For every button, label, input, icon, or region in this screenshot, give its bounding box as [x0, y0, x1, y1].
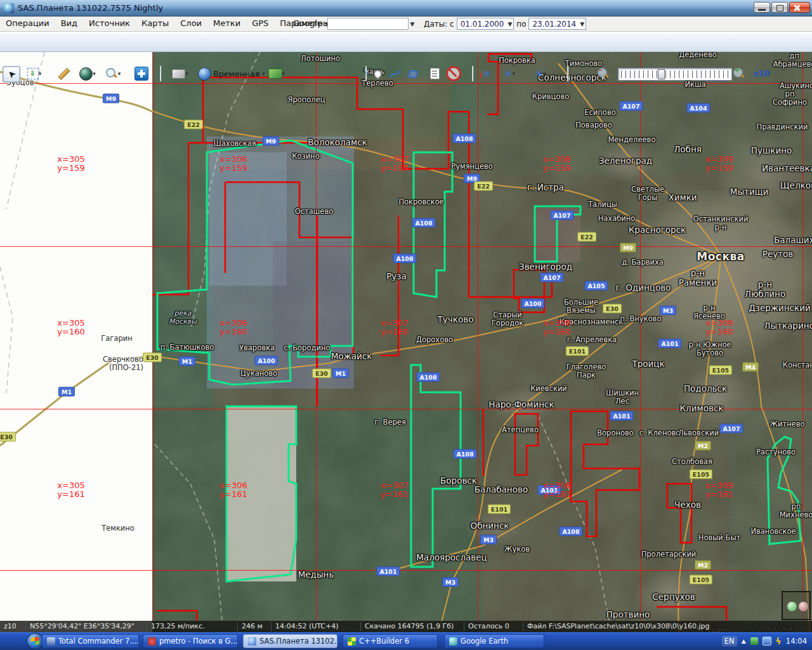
map-label: Серпухов	[652, 592, 695, 602]
fill-map-button[interactable]: ▾	[76, 66, 99, 81]
tile-coordinate-label: x=308 y=159	[543, 155, 570, 173]
grid-line	[0, 570, 812, 571]
close-button[interactable]	[789, 2, 810, 13]
map-label: Ашукино	[780, 82, 812, 90]
language-indicator[interactable]: EN	[722, 636, 737, 646]
zoom-slider[interactable]	[618, 68, 732, 81]
status-zoom: z10	[0, 622, 26, 631]
map-label: Мытищи	[730, 187, 768, 197]
road-badge: А104	[686, 103, 710, 113]
grid-line	[802, 52, 803, 621]
ruler-tool-button[interactable]	[56, 66, 72, 81]
add-placemark-button[interactable]	[369, 66, 386, 81]
menu-вид[interactable]: Вид	[55, 17, 83, 30]
gps-tray-icon[interactable]	[750, 637, 758, 645]
add-path-button[interactable]	[387, 66, 403, 81]
overview-map-widget[interactable]	[782, 591, 811, 620]
map-source-dropdown[interactable]: Google ▼	[293, 18, 329, 28]
zoom-in-icon: +	[733, 67, 745, 80]
menu-bar: ОперацииВидИсточникКартыСлоиМеткиGPSПара…	[0, 17, 812, 32]
map-label: Дзержинский	[749, 303, 811, 313]
search-dropdown-button[interactable]: ▼	[408, 18, 417, 30]
map-label: Останкинский р-н	[693, 215, 749, 232]
menu-gps[interactable]: GPS	[246, 17, 274, 30]
hide-marks-button[interactable]	[445, 66, 462, 81]
map-label: Вороново	[597, 429, 634, 437]
gps-track-button[interactable]: ✳▾	[497, 66, 521, 81]
menu-карты[interactable]: Карты	[136, 17, 174, 30]
title-bar[interactable]: SAS.Планета 131022.7575 Nightly	[0, 0, 812, 17]
tile-coordinate-label: x=306 y=159	[219, 155, 247, 173]
gps-connect-button[interactable]: ✳	[477, 66, 494, 81]
map-label: Ярополец	[287, 96, 325, 104]
tray-expand-icon[interactable]: ▲	[742, 638, 746, 644]
zoom-slider-ticks	[621, 70, 729, 78]
power-tray-icon[interactable]: ϟ	[776, 636, 782, 646]
map-type-dropdown[interactable]: Временная ▾	[214, 66, 264, 81]
search-input[interactable]	[327, 18, 409, 30]
system-tray: EN ▲ ϟ 14:04	[722, 632, 812, 650]
road-badge: E30	[603, 304, 622, 314]
road-badge: А108	[453, 449, 476, 459]
tile-coordinate-label: x=308 y=160	[543, 319, 570, 336]
zoom-slider-handle[interactable]	[658, 69, 665, 79]
map-label: Светлые Горы	[631, 185, 664, 202]
road-badge: А101	[658, 339, 681, 348]
menu-слои[interactable]: Слои	[174, 17, 207, 30]
taskbar-button-label: Total Commander 7....	[58, 637, 139, 646]
network-tray-icon[interactable]	[763, 637, 771, 646]
tile-coordinate-label: x=307 y=161	[381, 481, 408, 499]
fullscreen-icon	[134, 67, 148, 81]
map-label: Житнево	[770, 420, 805, 428]
pan-tool-button[interactable]: ➤	[3, 66, 20, 83]
add-polygon-button[interactable]	[405, 66, 421, 81]
tile-coordinate-label: x=305 y=161	[57, 481, 84, 499]
map-label: рп Софрино	[773, 90, 807, 107]
map-label: Покровка	[499, 56, 535, 65]
map-label: Реутов	[763, 249, 794, 259]
map-label: Икша	[684, 81, 705, 89]
cache-mode-button[interactable]: ▾	[167, 66, 193, 81]
map-label: Пушкино	[751, 146, 792, 156]
grid-line	[154, 52, 154, 621]
road-badge: А107	[550, 211, 573, 220]
taskbar-button[interactable]: pmetro - Поиск в G...	[143, 634, 238, 648]
chevron-down-icon: ▼	[580, 21, 584, 27]
overview-zoom-in-button[interactable]	[787, 601, 797, 612]
map-label: дп Абрамцево	[773, 52, 812, 69]
menu-метки[interactable]: Метки	[207, 17, 246, 30]
date-to-field[interactable]: 23.01.2014 ▼	[528, 18, 586, 30]
zoom-in-button[interactable]: +	[731, 66, 747, 81]
layers-icon	[268, 69, 282, 79]
date-from-field[interactable]: 01.01.2000 ▼	[457, 18, 514, 30]
map-viewport[interactable]: ЗубцовГагаринСверчково-(ППО-21)ТемкиноЛо…	[0, 0, 812, 650]
gps-follow-button[interactable]: ✳▾	[528, 66, 553, 81]
minimize-button[interactable]	[754, 2, 770, 13]
taskbar-button-label: pmetro - Поиск в G...	[159, 637, 237, 646]
fullscreen-button[interactable]	[133, 66, 150, 81]
search-tool-button[interactable]: ▾	[100, 66, 126, 81]
zoom-out-button[interactable]: –	[595, 66, 612, 81]
placemark-manager-button[interactable]	[426, 66, 443, 81]
menu-операции[interactable]: Операции	[0, 17, 55, 30]
taskbar-button[interactable]: SAS.Планета 13102...	[243, 634, 337, 648]
layers-button[interactable]: ▾	[264, 66, 289, 81]
taskbar-button[interactable]: C++Builder 6	[343, 634, 438, 648]
restore-button[interactable]	[771, 2, 788, 13]
menu-источник[interactable]: Источник	[83, 17, 136, 30]
taskbar-button[interactable]: Total Commander 7....	[42, 634, 139, 648]
map-label: Львовский	[678, 429, 719, 437]
map-label: Лотошино	[301, 55, 340, 63]
map-label: д. Барвиха	[622, 258, 664, 267]
map-label: Щелково	[780, 181, 812, 190]
no-sign-icon	[446, 66, 461, 81]
road-badge: E101	[488, 505, 511, 514]
overview-zoom-out-button[interactable]	[798, 601, 809, 612]
start-button[interactable]	[27, 633, 44, 649]
sas-app-icon	[248, 637, 256, 646]
map-label: Пролетарский	[641, 550, 697, 559]
taskbar-button[interactable]: Google Earth	[444, 634, 544, 648]
tile-coordinate-label: x=306 y=160	[219, 319, 247, 336]
selection-tool-button[interactable]: ⇓▾	[22, 66, 47, 81]
map-type-globe[interactable]	[195, 66, 213, 81]
